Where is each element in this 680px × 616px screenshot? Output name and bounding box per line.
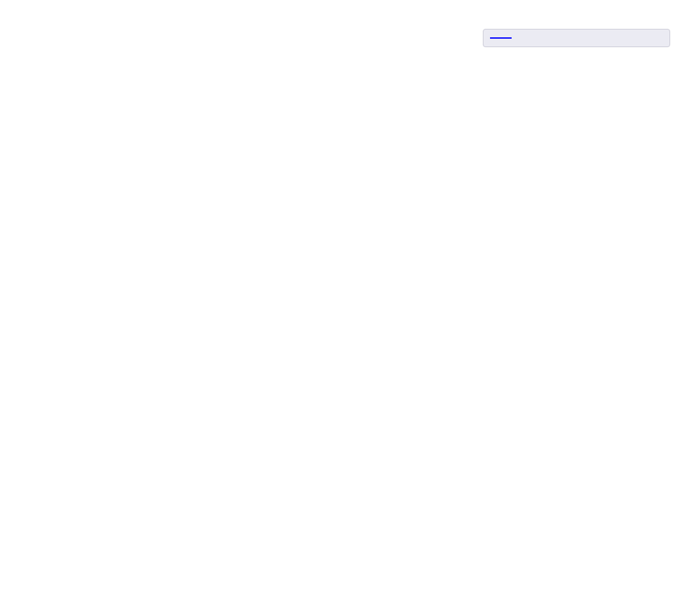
figure: [0, 0, 680, 616]
legend-line-icon: [490, 37, 512, 39]
chart-canvas: [0, 0, 680, 616]
legend: [483, 29, 670, 47]
